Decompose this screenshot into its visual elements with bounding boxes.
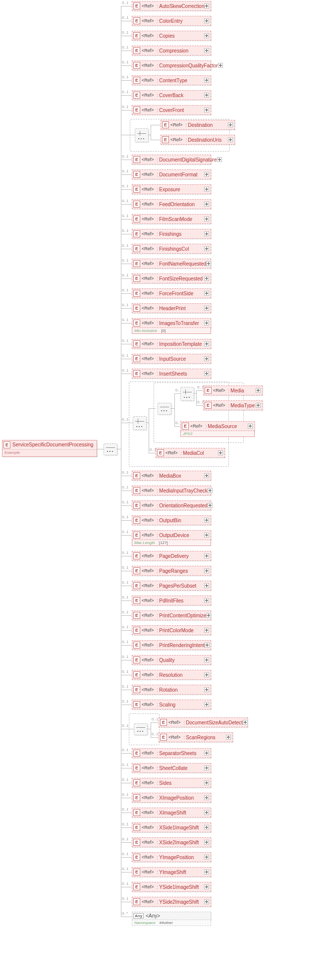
ref-marker: <Ref> xyxy=(142,246,154,251)
expand-icon[interactable] xyxy=(204,899,209,904)
expand-icon[interactable] xyxy=(206,261,211,266)
element-type-marker: E xyxy=(162,136,169,143)
expand-icon[interactable] xyxy=(228,137,233,142)
expand-icon[interactable] xyxy=(204,276,209,281)
expand-icon[interactable] xyxy=(204,341,209,346)
connector xyxy=(121,160,132,160)
expand-icon[interactable] xyxy=(204,291,209,296)
occurrence-label: 0..1 xyxy=(122,417,128,422)
expand-icon[interactable] xyxy=(204,518,209,523)
expand-icon[interactable] xyxy=(204,628,209,633)
connector xyxy=(121,51,132,51)
connector xyxy=(151,125,151,140)
element-fontnamerequested: E<Ref>: FontNameRequested xyxy=(132,259,211,269)
connector xyxy=(121,278,132,279)
expand-icon[interactable] xyxy=(204,583,209,588)
connector xyxy=(121,902,132,902)
expand-icon[interactable] xyxy=(204,231,209,236)
element-name: FinishingsCol xyxy=(159,246,189,252)
expand-icon[interactable] xyxy=(204,870,209,874)
expand-icon[interactable] xyxy=(204,371,209,376)
element-name: DocumentDigitalSignature xyxy=(159,157,217,163)
occurrence-label: 0..1 xyxy=(122,470,128,475)
expand-icon[interactable] xyxy=(218,450,223,455)
expand-icon[interactable] xyxy=(204,598,209,603)
element-headerprint: E<Ref>: HeaderPrint xyxy=(132,303,211,313)
element-name: Compression xyxy=(159,48,188,54)
expand-icon[interactable] xyxy=(204,306,209,311)
expand-icon[interactable] xyxy=(204,884,209,889)
expand-icon[interactable] xyxy=(243,720,248,725)
expand-icon[interactable] xyxy=(204,687,209,692)
expand-icon[interactable] xyxy=(205,643,210,648)
occurrence-label: 0..1 xyxy=(122,669,128,674)
connector xyxy=(170,408,174,409)
connector xyxy=(126,729,134,729)
expand-icon[interactable] xyxy=(256,388,261,393)
expand-icon[interactable] xyxy=(204,18,209,23)
expand-icon[interactable] xyxy=(204,93,209,98)
expand-icon[interactable] xyxy=(206,613,211,618)
expand-icon[interactable] xyxy=(204,202,209,207)
expand-icon[interactable] xyxy=(204,48,209,53)
occurrence-label: 0..1 xyxy=(122,243,128,248)
expand-icon[interactable] xyxy=(204,810,209,815)
expand-icon[interactable] xyxy=(204,78,209,83)
expand-icon[interactable] xyxy=(228,122,233,127)
expand-icon[interactable] xyxy=(204,568,209,573)
element-finishings: E<Ref>: Finishings xyxy=(132,229,211,239)
expand-icon[interactable] xyxy=(204,533,209,538)
element-type-marker: E xyxy=(133,107,140,113)
expand-icon[interactable] xyxy=(204,473,209,478)
any-marker: Any xyxy=(133,913,144,919)
ref-marker: <Ref> xyxy=(142,795,154,800)
occurrence-label: 0..1 xyxy=(122,550,128,555)
ref-marker: <Ref> xyxy=(142,202,154,207)
expand-icon[interactable] xyxy=(204,795,209,800)
element-type-marker: E xyxy=(133,32,140,39)
expand-icon[interactable] xyxy=(204,321,209,326)
expand-icon[interactable] xyxy=(204,780,209,785)
connector xyxy=(121,110,132,110)
connector xyxy=(121,520,132,521)
element-pageranges: E<Ref>: PageRanges xyxy=(132,566,211,576)
element-separatorsheets: E<Ref>: SeparatorSheets xyxy=(132,748,211,758)
expand-icon[interactable] xyxy=(204,840,209,845)
connector xyxy=(121,36,132,36)
expand-icon[interactable] xyxy=(204,3,209,8)
occurrence-label: 0..1 xyxy=(122,762,128,767)
expand-icon[interactable] xyxy=(218,63,223,68)
ref-marker: <Ref> xyxy=(142,628,154,633)
connector xyxy=(121,490,132,491)
expand-icon[interactable] xyxy=(204,246,209,251)
expand-icon[interactable] xyxy=(204,172,209,177)
expand-icon[interactable] xyxy=(204,217,209,221)
element-type-marker: E xyxy=(133,502,140,509)
element-type-marker: E xyxy=(133,750,140,757)
connector xyxy=(121,323,132,324)
expand-icon[interactable] xyxy=(204,672,209,677)
expand-icon[interactable] xyxy=(204,765,209,770)
occurrence-label: 0..1 xyxy=(122,338,128,343)
expand-icon[interactable] xyxy=(204,702,209,707)
expand-icon[interactable] xyxy=(204,108,209,112)
expand-icon[interactable] xyxy=(204,356,209,361)
expand-icon[interactable] xyxy=(204,553,209,558)
connector xyxy=(121,600,132,601)
expand-icon[interactable] xyxy=(256,403,261,408)
expand-icon[interactable] xyxy=(204,855,209,860)
expand-icon[interactable] xyxy=(204,751,209,756)
expand-icon[interactable] xyxy=(204,825,209,830)
element-name: PagesPerSubset xyxy=(159,583,196,589)
connector xyxy=(121,174,132,175)
expand-icon[interactable] xyxy=(204,657,209,662)
expand-icon[interactable] xyxy=(208,488,213,493)
expand-icon[interactable] xyxy=(204,187,209,192)
expand-icon[interactable] xyxy=(217,157,222,162)
expand-icon[interactable] xyxy=(248,424,253,429)
expand-icon[interactable] xyxy=(226,735,231,740)
expand-icon[interactable] xyxy=(208,503,213,508)
expand-icon[interactable] xyxy=(204,33,209,38)
element-name: PrintContentOptimize xyxy=(159,613,206,618)
choice-compositor xyxy=(180,387,194,401)
